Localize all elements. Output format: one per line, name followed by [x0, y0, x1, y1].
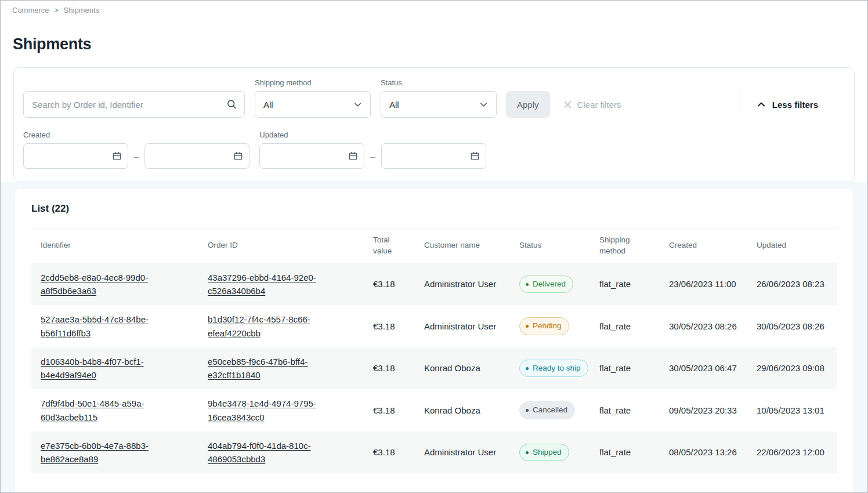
- updated-date: 30/05/2023 08:26: [747, 305, 837, 347]
- identifier-link[interactable]: e7e375cb-6b0b-4e7a-88b3-be862ace8a89: [41, 441, 149, 464]
- identifier-cell: d106340b-b4b8-4f07-bcf1-b4e4d9af94e0: [31, 347, 198, 390]
- customer-name: Administrator User: [415, 305, 510, 347]
- order-id-link[interactable]: b1d30f12-7f4c-4557-8c66-efeaf4220cbb: [208, 314, 310, 338]
- order-id-cell: e50ceb85-f9c6-47b6-bff4-e32cff1b1840: [198, 347, 364, 390]
- clear-filters-label: Clear filters: [577, 100, 621, 110]
- status-cell: Ready to ship: [510, 347, 590, 390]
- total-value: €3.18: [364, 263, 415, 305]
- created-date: 30/05/2023 08:26: [660, 305, 747, 347]
- order-id-link[interactable]: e50ceb85-f9c6-47b6-bff4-e32cff1b1840: [208, 357, 308, 380]
- created-date: 08/05/2023 13:26: [660, 432, 747, 474]
- table-row: d106340b-b4b8-4f07-bcf1-b4e4d9af94e0 e50…: [31, 347, 837, 390]
- customer-name: Konrad Oboza: [415, 347, 510, 390]
- search-icon: [226, 99, 237, 110]
- identifier-link[interactable]: 2cdd5eb8-e8a0-4ec8-99d0-a8f5db6e3a63: [41, 273, 148, 296]
- filters-row-2: Created –: [14, 124, 854, 182]
- order-id-link[interactable]: 43a37296-ebbd-4164-92e0-c526a340b6b4: [208, 273, 316, 296]
- apply-button[interactable]: Apply: [506, 91, 550, 118]
- identifier-cell: e7e375cb-6b0b-4e7a-88b3-be862ace8a89: [31, 432, 198, 474]
- table-row: 2cdd5eb8-e8a0-4ec8-99d0-a8f5db6e3a63 43a…: [31, 263, 837, 305]
- shipments-table: Identifier Order ID Total value Customer…: [31, 229, 837, 473]
- updated-date: 26/06/2023 08:23: [747, 263, 837, 305]
- clear-x-icon: [563, 100, 573, 110]
- status-label: Status: [381, 78, 497, 87]
- range-separator: –: [134, 151, 139, 161]
- clear-filters-button[interactable]: Clear filters: [563, 91, 621, 118]
- identifier-link[interactable]: 7df9f4bd-50e1-4845-a59a-60d3acbeb115: [41, 398, 144, 422]
- status-dot-icon: [526, 325, 529, 328]
- status-badge-label: Delivered: [533, 278, 566, 291]
- column-header-created: Created: [660, 229, 747, 263]
- table-row: 7df9f4bd-50e1-4845-a59a-60d3acbeb115 9b4…: [31, 389, 837, 432]
- status-dot-icon: [526, 367, 529, 370]
- status-value: All: [389, 100, 399, 110]
- breadcrumb-commerce[interactable]: Commerce: [12, 6, 49, 14]
- status-select[interactable]: All: [381, 91, 497, 118]
- customer-name: Konrad Oboza: [415, 389, 510, 432]
- chevron-down-icon: [479, 100, 488, 109]
- updated-date: 29/06/2023 09:08: [747, 347, 837, 390]
- shipping-method: flat_rate: [590, 305, 660, 347]
- search-input[interactable]: [23, 91, 245, 118]
- identifier-cell: 527aae3a-5b5d-47c8-84be-b56f11d6ffb3: [31, 305, 198, 347]
- status-badge: Cancelled: [519, 401, 575, 419]
- status-badge: Delivered: [519, 276, 573, 293]
- shipments-table-body: 2cdd5eb8-e8a0-4ec8-99d0-a8f5db6e3a63 43a…: [31, 263, 837, 473]
- order-id-link[interactable]: 9b4e3478-1e4d-4974-9795-16cea3843cc0: [208, 398, 316, 422]
- status-badge: Shipped: [519, 444, 569, 462]
- column-header-shipping-method: Shipping method: [590, 229, 660, 263]
- status-cell: Shipped: [510, 432, 590, 474]
- chevron-down-icon: [353, 100, 362, 109]
- table-row: 527aae3a-5b5d-47c8-84be-b56f11d6ffb3 b1d…: [31, 305, 837, 347]
- column-header-status: Status: [510, 229, 590, 263]
- order-id-link[interactable]: 404ab794-f0f0-41da-810c-4869053cbbd3: [208, 441, 311, 464]
- total-value: €3.18: [364, 389, 415, 432]
- status-cell: Cancelled: [510, 389, 590, 432]
- created-from-field: [23, 143, 128, 169]
- status-cell: Delivered: [510, 263, 590, 305]
- status-dot-icon: [526, 451, 529, 454]
- shipping-method-select[interactable]: All: [255, 91, 371, 118]
- created-date: 30/05/2023 06:47: [660, 347, 747, 390]
- total-value: €3.18: [364, 432, 415, 474]
- status-badge-label: Cancelled: [533, 404, 567, 416]
- status-cell: Pending: [510, 305, 590, 347]
- filters-row-1: Shipping method All Status All: [14, 68, 854, 124]
- customer-name: Administrator User: [415, 263, 510, 305]
- breadcrumb-separator-icon: >: [55, 6, 59, 14]
- range-separator: –: [370, 151, 375, 161]
- list-section: List (22) Identifier Order ID Total valu…: [1, 182, 867, 492]
- less-filters-toggle[interactable]: Less filters: [740, 91, 845, 118]
- page-title: Shipments: [13, 35, 867, 53]
- breadcrumb-shipments: Shipments: [64, 6, 99, 14]
- status-dot-icon: [526, 409, 529, 412]
- updated-date: 10/05/2023 13:01: [747, 389, 837, 432]
- status-badge-label: Ready to ship: [533, 362, 581, 375]
- column-header-updated: Updated: [747, 229, 837, 263]
- identifier-link[interactable]: 527aae3a-5b5d-47c8-84be-b56f11d6ffb3: [41, 314, 149, 338]
- status-badge-label: Shipped: [533, 447, 562, 459]
- identifier-link[interactable]: d106340b-b4b8-4f07-bcf1-b4e4d9af94e0: [41, 357, 144, 380]
- updated-range-group: Updated –: [259, 130, 486, 169]
- created-to-field: [144, 143, 249, 169]
- updated-date: 22/06/2023 12:00: [747, 432, 837, 474]
- column-header-customer-name: Customer name: [415, 229, 510, 263]
- table-header-row: Identifier Order ID Total value Customer…: [31, 229, 837, 263]
- total-value: €3.18: [364, 347, 415, 390]
- shipping-method: flat_rate: [590, 432, 660, 474]
- status-field: Status All: [381, 78, 497, 118]
- shipping-method: flat_rate: [590, 389, 660, 432]
- shipping-method: flat_rate: [590, 263, 660, 305]
- identifier-cell: 7df9f4bd-50e1-4845-a59a-60d3acbeb115: [31, 389, 198, 432]
- column-header-order-id: Order ID: [198, 229, 364, 263]
- shipping-method-label: Shipping method: [255, 78, 371, 87]
- chevron-up-icon: [757, 100, 766, 109]
- table-row: e7e375cb-6b0b-4e7a-88b3-be862ace8a89 404…: [31, 432, 837, 474]
- updated-label: Updated: [259, 130, 486, 139]
- shipping-method-field: Shipping method All: [255, 78, 371, 118]
- list-title: List (22): [31, 203, 837, 215]
- order-id-cell: 404ab794-f0f0-41da-810c-4869053cbbd3: [198, 432, 364, 474]
- order-id-cell: 9b4e3478-1e4d-4974-9795-16cea3843cc0: [198, 389, 364, 432]
- identifier-cell: 2cdd5eb8-e8a0-4ec8-99d0-a8f5db6e3a63: [31, 263, 198, 305]
- order-id-cell: b1d30f12-7f4c-4557-8c66-efeaf4220cbb: [198, 305, 364, 347]
